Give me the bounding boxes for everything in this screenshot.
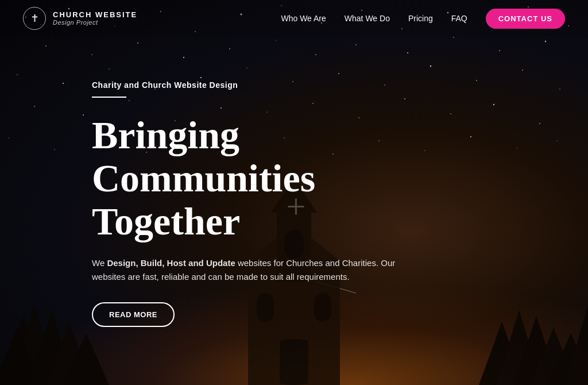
svg-point-39 <box>34 106 35 107</box>
hero-description: We Design, Build, Host and Update websit… <box>92 256 402 284</box>
hero-desc-bold: Design, Build, Host and Update <box>107 258 235 268</box>
svg-point-48 <box>450 113 451 114</box>
contact-us-button[interactable]: CONTACT US <box>486 9 565 29</box>
logo-subtitle: Design Project <box>53 19 137 26</box>
svg-point-27 <box>63 83 64 84</box>
svg-point-26 <box>17 74 18 75</box>
nav-who-we-are[interactable]: Who We Are <box>281 14 326 23</box>
logo-text: CHURCH WEBSITE Design Project <box>53 10 137 27</box>
svg-point-38 <box>559 88 560 89</box>
svg-point-30 <box>200 77 202 78</box>
svg-point-63 <box>556 140 557 141</box>
hero-content: Charity and Church Website Design Bringi… <box>92 80 448 327</box>
svg-point-28 <box>109 68 109 69</box>
hero-subtitle: Charity and Church Website Design <box>92 80 448 90</box>
svg-point-52 <box>54 149 55 149</box>
cross-icon: ✝ <box>30 12 39 25</box>
main-nav: Who We Are What We Do Pricing FAQ CONTAC… <box>281 9 565 29</box>
svg-point-21 <box>355 44 357 45</box>
svg-point-61 <box>470 136 471 137</box>
logo-icon: ✝ <box>23 7 46 30</box>
hero-title: Bringing Communities Together <box>92 114 448 242</box>
svg-point-62 <box>516 148 517 149</box>
hero-desc-prefix: We <box>92 258 107 268</box>
svg-point-16 <box>137 43 138 44</box>
svg-point-15 <box>91 54 92 55</box>
nav-what-we-do[interactable]: What We Do <box>345 14 390 23</box>
svg-point-20 <box>315 54 316 55</box>
svg-point-50 <box>539 123 540 124</box>
read-more-button[interactable]: READ MORE <box>92 302 175 327</box>
svg-point-18 <box>229 48 230 49</box>
svg-point-22 <box>407 52 408 53</box>
svg-point-33 <box>338 73 339 74</box>
svg-point-23 <box>453 37 454 37</box>
svg-point-51 <box>8 137 9 138</box>
svg-point-19 <box>275 40 276 40</box>
logo-title: CHURCH WEBSITE <box>53 10 137 20</box>
trees-right <box>473 270 588 385</box>
nav-faq[interactable]: FAQ <box>451 14 467 23</box>
svg-point-14 <box>45 45 47 47</box>
nav-pricing[interactable]: Pricing <box>408 14 433 23</box>
svg-point-31 <box>246 67 247 68</box>
svg-point-49 <box>493 104 494 105</box>
svg-point-40 <box>83 114 84 116</box>
svg-rect-71 <box>280 339 308 385</box>
hero-title-line1: Bringing Communities <box>92 113 315 200</box>
hero-title-line2: Together <box>92 199 240 243</box>
svg-point-35 <box>430 66 432 67</box>
logo: ✝ CHURCH WEBSITE Design Project <box>23 7 137 30</box>
svg-point-37 <box>522 70 523 71</box>
header: ✝ CHURCH WEBSITE Design Project Who We A… <box>0 0 588 37</box>
svg-point-25 <box>545 41 546 42</box>
svg-point-17 <box>183 57 184 58</box>
svg-point-36 <box>476 80 477 81</box>
hero-divider <box>92 97 126 98</box>
svg-point-24 <box>499 50 500 51</box>
